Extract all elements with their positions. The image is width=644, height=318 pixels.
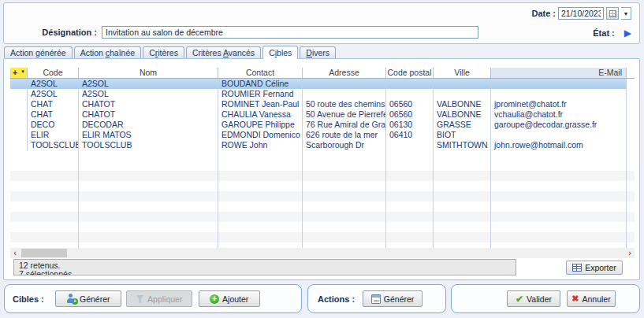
cell-code <box>28 171 79 181</box>
cell-ville: SMITHTOWN <box>434 140 491 150</box>
horizontal-scrollbar[interactable]: ‹ › <box>10 248 635 258</box>
cell-adresse <box>303 191 386 202</box>
cell-filler <box>627 130 635 140</box>
cancel-button[interactable]: ✖ Annuler <box>567 290 616 307</box>
column-header-email[interactable]: E-Mail <box>491 68 627 78</box>
column-header-cp[interactable]: Code postal <box>386 68 434 78</box>
calendar-picker-button[interactable] <box>606 7 619 20</box>
cell-contact <box>218 150 303 161</box>
cell-icon <box>10 79 28 89</box>
scroll-left-icon[interactable]: ‹ <box>10 248 20 258</box>
cell-contact <box>218 171 303 181</box>
cell-contact: ROWE John <box>218 140 303 150</box>
header-panel: Date : ▼ Désignation : État : ▶ <box>3 2 640 44</box>
cibles-apply-button[interactable]: Appliquer <box>126 290 192 307</box>
cell-cp <box>386 222 434 232</box>
cell-nom: CHATOT <box>79 99 218 109</box>
cell-ville <box>434 161 491 171</box>
cell-contact <box>218 181 303 191</box>
cell-nom: ELIR MATOS <box>79 130 218 140</box>
cell-email: john.rowe@hotmail.com <box>491 140 627 150</box>
cell-cp <box>386 202 434 212</box>
cell-adresse <box>303 89 386 99</box>
actions-generate-button[interactable]: Générer <box>363 290 423 307</box>
column-header-contact[interactable]: Contact <box>218 68 303 78</box>
cibles-add-button[interactable]: + Ajouter <box>199 290 260 307</box>
cell-code <box>28 191 79 202</box>
validate-button[interactable]: ✔ Valider <box>507 290 560 307</box>
plus-badge-icon: + <box>72 298 78 305</box>
cell-code: CHAT <box>28 109 79 120</box>
cell-email <box>491 232 627 242</box>
cell-code <box>28 202 79 212</box>
cell-filler <box>627 140 635 150</box>
date-field-group: Date : ▼ <box>531 7 631 20</box>
cell-contact <box>218 222 303 232</box>
cell-cp: 06560 <box>386 99 434 109</box>
validate-label: Valider <box>527 294 552 304</box>
cell-email <box>491 181 627 191</box>
cell-adresse <box>303 232 386 242</box>
cell-icon <box>10 191 28 202</box>
cell-filler <box>627 202 635 212</box>
cell-nom <box>79 181 218 191</box>
cell-email <box>491 79 627 89</box>
cell-icon <box>10 171 28 181</box>
date-dropdown-arrow-icon[interactable]: ▼ <box>621 7 631 20</box>
cell-nom <box>79 222 218 232</box>
cell-cp <box>386 79 434 89</box>
cell-email <box>491 191 627 202</box>
table-row[interactable]: TOOLSCLUBTOOLSCLUBROWE John Scarborough … <box>10 140 635 150</box>
add-column-icon[interactable]: +▼ <box>10 68 28 78</box>
tab-action-generee[interactable]: Action générée <box>4 46 73 58</box>
cell-cp <box>386 181 434 191</box>
confirm-group: ✔ Valider ✖ Annuler <box>451 284 640 313</box>
designation-input[interactable] <box>102 26 478 39</box>
cell-icon <box>10 212 28 222</box>
cell-nom: A2SOL <box>79 79 218 89</box>
column-header-nom[interactable]: Nom <box>79 68 218 78</box>
column-header-code[interactable]: Code <box>28 68 79 78</box>
tab-criteres[interactable]: Critères <box>143 46 184 58</box>
scroll-right-icon[interactable]: › <box>625 248 635 258</box>
cell-icon <box>10 222 28 232</box>
cell-icon <box>10 150 28 161</box>
cell-adresse <box>303 171 386 181</box>
date-input[interactable] <box>558 7 604 20</box>
tab-criteres-avances[interactable]: Critères Avancés <box>186 46 261 58</box>
cell-ville: BIOT <box>434 130 491 140</box>
cibles-group: Cibles : + Générer Appliquer + Ajouter <box>4 284 302 313</box>
cell-ville: VALBONNE <box>434 109 491 120</box>
table-row[interactable]: A2SOLA2SOLROUMIER Fernand <box>10 89 635 99</box>
table-row[interactable]: CHATCHATOTCHAULIA Vanessa50 Avenue de Pi… <box>10 109 635 120</box>
table-row[interactable]: A2SOLA2SOLBOUDAND Céline <box>10 79 635 89</box>
tab-action-chainee[interactable]: Action chaînée <box>74 46 141 58</box>
tab-divers[interactable]: Divers <box>300 46 336 58</box>
cell-nom: TOOLSCLUB <box>79 140 218 150</box>
table-row-empty <box>10 202 635 212</box>
column-header-adresse[interactable]: Adresse <box>303 68 386 78</box>
actions-group: Actions : Générer <box>307 284 446 313</box>
export-table-icon <box>572 264 582 272</box>
column-menu-arrow-icon: ▼ <box>20 68 25 77</box>
selection-status-box: 12 retenus. 7 sélectionnés <box>13 259 516 275</box>
cibles-generate-button[interactable]: + Générer <box>55 290 121 307</box>
tab-bar: Action généréeAction chaînéeCritèresCrit… <box>4 46 336 59</box>
tab-cibles[interactable]: Cibles <box>262 46 298 59</box>
table-row[interactable]: CHATCHATOTROMINET Jean-Paul50 route des … <box>10 99 635 109</box>
table-row[interactable]: DECODECODARGAROUPE Philippe76 Rue Amiral… <box>10 120 635 130</box>
cell-adresse: 50 route des chemins blan <box>303 99 386 109</box>
cell-cp <box>386 161 434 171</box>
cell-filler <box>627 89 635 99</box>
designation-field-group: Désignation : <box>4 26 478 39</box>
cell-contact: CHAULIA Vanessa <box>218 109 303 120</box>
column-header-ville[interactable]: Ville <box>434 68 491 78</box>
cell-contact: BOUDAND Céline <box>218 79 303 89</box>
export-button[interactable]: Exporter <box>566 261 623 275</box>
table-row[interactable]: ELIRELIR MATOSEDMONDI Domenico626 route … <box>10 130 635 140</box>
table-row-empty <box>10 161 635 171</box>
cell-code: ELIR <box>28 130 79 140</box>
state-arrow-icon[interactable]: ▶ <box>624 28 631 38</box>
cell-filler <box>627 232 635 242</box>
scrollbar-thumb[interactable] <box>21 249 67 257</box>
